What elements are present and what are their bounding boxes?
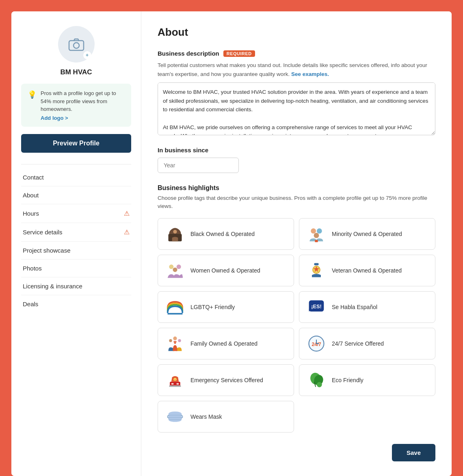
- description-hint: Tell potential customers what makes you …: [158, 61, 435, 78]
- svg-rect-11: [314, 263, 319, 265]
- wears-mask-icon: [165, 407, 185, 426]
- warning-icon: ⚠: [124, 210, 130, 217]
- svg-point-20: [174, 342, 176, 344]
- highlight-card-veteran-owned[interactable]: Veteran Owned & Operated: [299, 255, 435, 286]
- sidebar-item-service-details[interactable]: Service details⚠: [21, 223, 131, 242]
- emergency-services-icon: !: [165, 370, 185, 390]
- preview-profile-button[interactable]: Preview Profile: [21, 134, 131, 153]
- 247-service-icon: 24/7: [307, 334, 326, 353]
- highlight-label-veteran-owned: Veteran Owned & Operated: [332, 267, 402, 274]
- sidebar: + BM HVAC 💡 Pros with a profile logo get…: [11, 11, 141, 476]
- svg-point-5: [317, 228, 322, 234]
- se-habla-icon: ¡ES!: [307, 297, 326, 317]
- svg-rect-31: [169, 385, 181, 387]
- highlights-grid: Black Owned & Operated Minority Owned & …: [158, 218, 435, 433]
- svg-point-10: [173, 267, 177, 272]
- highlight-label-emergency-services: Emergency Services Offered: [190, 377, 263, 383]
- add-photo-icon: +: [83, 51, 91, 59]
- svg-rect-0: [69, 41, 84, 50]
- svg-point-1: [74, 43, 79, 48]
- main-container: + BM HVAC 💡 Pros with a profile logo get…: [11, 11, 452, 476]
- highlights-title: Business highlights: [158, 184, 435, 192]
- svg-point-34: [317, 382, 322, 387]
- add-logo-link[interactable]: Add logo >: [41, 115, 125, 121]
- sidebar-item-label: Deals: [23, 301, 38, 307]
- nav-divider: [21, 164, 131, 164]
- svg-point-18: [169, 339, 172, 342]
- highlight-card-lgbtq-friendly[interactable]: LGBTQ+ Friendly: [158, 291, 294, 323]
- year-input[interactable]: [158, 158, 239, 173]
- page-title: About: [158, 26, 435, 39]
- sidebar-item-licensing-&-insurance[interactable]: Licensing & insurance: [21, 277, 131, 295]
- highlight-card-emergency-services[interactable]: ! Emergency Services Offered: [158, 364, 294, 396]
- sidebar-item-label: Licensing & insurance: [23, 283, 82, 290]
- highlight-label-black-owned: Black Owned & Operated: [190, 231, 255, 237]
- warning-icon: ⚠: [124, 228, 130, 236]
- black-owned-icon: [165, 224, 185, 244]
- women-owned-icon: [165, 261, 185, 280]
- eco-friendly-icon: [307, 370, 326, 390]
- sidebar-item-photos[interactable]: Photos: [21, 260, 131, 277]
- highlight-card-eco-friendly[interactable]: Eco Friendly: [299, 364, 435, 396]
- in-business-section: In business since: [158, 147, 435, 173]
- svg-rect-27: [171, 383, 174, 385]
- svg-text:¡ES!: ¡ES!: [311, 303, 322, 309]
- logo-prompt-box: 💡 Pros with a profile logo get up to 54%…: [21, 84, 131, 127]
- highlight-label-women-owned: Women Owned & Operated: [190, 267, 260, 274]
- nav-list: ContactAboutHours⚠Service details⚠Projec…: [21, 169, 131, 313]
- sidebar-item-label: About: [23, 192, 39, 199]
- svg-rect-14: [168, 313, 183, 314]
- sidebar-item-deals[interactable]: Deals: [21, 295, 131, 313]
- sidebar-item-project-showcase[interactable]: Project showcase: [21, 242, 131, 260]
- highlight-card-black-owned[interactable]: Black Owned & Operated: [158, 218, 294, 250]
- highlight-card-se-habla[interactable]: ¡ES! Se Habla Español: [299, 291, 435, 323]
- highlight-label-family-owned: Family Owned & Operated: [190, 340, 257, 347]
- sidebar-item-label: Service details: [23, 229, 63, 236]
- section-label-description: Business description REQUIRED: [158, 50, 435, 57]
- logo-prompt-text: Pros with a profile logo get up to 54% m…: [41, 89, 125, 113]
- sidebar-item-hours[interactable]: Hours⚠: [21, 204, 131, 223]
- content-area: About Business description REQUIRED Tell…: [141, 11, 452, 476]
- highlight-label-eco-friendly: Eco Friendly: [332, 377, 363, 383]
- highlight-label-minority-owned: Minority Owned & Operated: [332, 231, 402, 237]
- svg-point-4: [311, 228, 316, 234]
- highlight-card-family-owned[interactable]: Family Owned & Operated: [158, 328, 294, 359]
- business-name: BM HVAC: [60, 68, 92, 76]
- highlight-label-se-habla: Se Habla Español: [332, 304, 377, 310]
- svg-rect-7: [315, 240, 318, 242]
- avatar-container[interactable]: +: [58, 26, 95, 63]
- veteran-owned-icon: [307, 261, 326, 280]
- highlight-card-wears-mask[interactable]: Wears Mask: [158, 401, 294, 433]
- svg-point-17: [173, 336, 177, 340]
- highlights-hint: Choose profile tags that describe your u…: [158, 194, 435, 211]
- svg-point-19: [178, 339, 181, 342]
- svg-point-6: [314, 233, 319, 238]
- business-description-textarea[interactable]: [158, 82, 435, 135]
- sidebar-item-label: Project showcase: [23, 247, 71, 254]
- sidebar-item-label: Photos: [23, 265, 42, 272]
- in-business-label: In business since: [158, 147, 435, 154]
- sidebar-item-label: Contact: [23, 174, 44, 181]
- lgbtq-friendly-icon: [165, 297, 185, 317]
- highlight-card-minority-owned[interactable]: Minority Owned & Operated: [299, 218, 435, 250]
- sidebar-item-label: Hours: [23, 210, 39, 217]
- required-badge: REQUIRED: [223, 50, 255, 57]
- highlight-card-women-owned[interactable]: Women Owned & Operated: [158, 255, 294, 286]
- svg-point-9: [177, 264, 181, 269]
- family-owned-icon: [165, 334, 185, 353]
- see-examples-link[interactable]: See examples.: [291, 71, 329, 77]
- sidebar-item-about[interactable]: About: [21, 186, 131, 204]
- minority-owned-icon: [307, 224, 326, 244]
- save-row: Save: [158, 444, 435, 461]
- highlight-label-wears-mask: Wears Mask: [190, 413, 222, 420]
- svg-point-8: [169, 264, 173, 269]
- highlights-section: Business highlights Choose profile tags …: [158, 184, 435, 433]
- highlight-card-247-service[interactable]: 24/7 24/7 Service Offered: [299, 328, 435, 359]
- svg-rect-28: [177, 383, 179, 385]
- sidebar-item-contact[interactable]: Contact: [21, 169, 131, 186]
- highlight-label-247-service: 24/7 Service Offered: [332, 340, 384, 347]
- business-description-section: Business description REQUIRED Tell poten…: [158, 50, 435, 137]
- save-button[interactable]: Save: [392, 444, 435, 461]
- svg-text:!: !: [175, 378, 175, 382]
- svg-point-3: [173, 230, 177, 234]
